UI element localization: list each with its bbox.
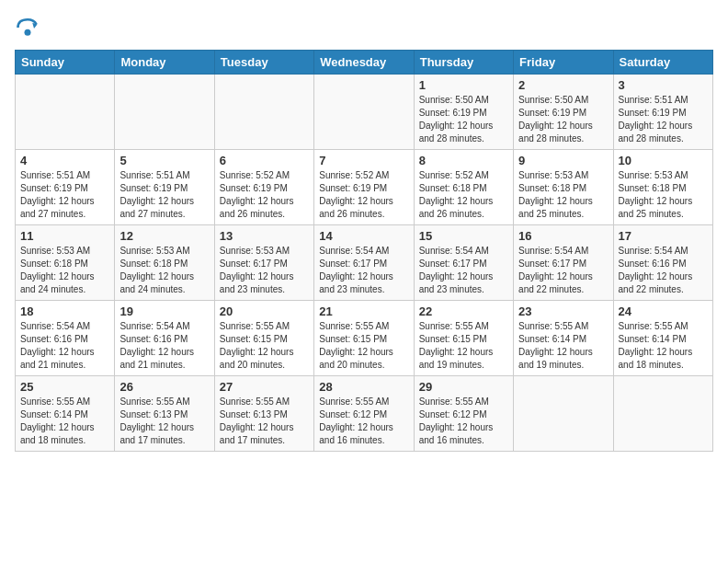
calendar-cell: 15Sunrise: 5:54 AM Sunset: 6:17 PM Dayli… [414, 225, 513, 301]
logo [15, 15, 44, 40]
calendar-cell: 2Sunrise: 5:50 AM Sunset: 6:19 PM Daylig… [514, 75, 613, 150]
svg-point-0 [25, 29, 31, 36]
day-number: 26 [119, 380, 209, 394]
day-info: Sunrise: 5:54 AM Sunset: 6:16 PM Dayligh… [20, 320, 109, 372]
calendar-cell [314, 75, 414, 150]
calendar-week-2: 4Sunrise: 5:51 AM Sunset: 6:19 PM Daylig… [16, 150, 713, 225]
calendar-cell: 18Sunrise: 5:54 AM Sunset: 6:16 PM Dayli… [16, 301, 115, 376]
day-info: Sunrise: 5:53 AM Sunset: 6:18 PM Dayligh… [518, 169, 608, 221]
calendar-cell: 9Sunrise: 5:53 AM Sunset: 6:18 PM Daylig… [514, 150, 613, 225]
calendar-week-3: 11Sunrise: 5:53 AM Sunset: 6:18 PM Dayli… [16, 225, 713, 301]
day-info: Sunrise: 5:55 AM Sunset: 6:14 PM Dayligh… [20, 396, 109, 447]
day-number: 18 [20, 304, 109, 318]
calendar-table: SundayMondayTuesdayWednesdayThursdayFrid… [15, 50, 713, 452]
day-number: 2 [518, 78, 608, 92]
day-info: Sunrise: 5:53 AM Sunset: 6:18 PM Dayligh… [619, 169, 708, 221]
calendar-header-monday: Monday [115, 51, 214, 75]
calendar-header-tuesday: Tuesday [214, 51, 313, 75]
calendar-cell: 12Sunrise: 5:53 AM Sunset: 6:18 PM Dayli… [115, 225, 214, 301]
calendar-week-1: 1Sunrise: 5:50 AM Sunset: 6:19 PM Daylig… [16, 75, 713, 150]
calendar-header-thursday: Thursday [414, 51, 513, 75]
day-info: Sunrise: 5:55 AM Sunset: 6:15 PM Dayligh… [220, 320, 309, 372]
calendar-cell: 6Sunrise: 5:52 AM Sunset: 6:19 PM Daylig… [214, 150, 313, 225]
day-info: Sunrise: 5:51 AM Sunset: 6:19 PM Dayligh… [119, 169, 209, 221]
day-info: Sunrise: 5:55 AM Sunset: 6:15 PM Dayligh… [419, 320, 508, 372]
day-info: Sunrise: 5:50 AM Sunset: 6:19 PM Dayligh… [419, 94, 508, 145]
day-number: 8 [419, 154, 508, 167]
calendar-cell: 3Sunrise: 5:51 AM Sunset: 6:19 PM Daylig… [613, 75, 712, 150]
day-number: 17 [619, 229, 708, 243]
day-number: 10 [619, 154, 708, 167]
day-number: 23 [518, 304, 608, 318]
calendar-cell: 27Sunrise: 5:55 AM Sunset: 6:13 PM Dayli… [214, 376, 313, 452]
calendar-cell: 4Sunrise: 5:51 AM Sunset: 6:19 PM Daylig… [16, 150, 115, 225]
calendar-cell [115, 75, 214, 150]
day-number: 12 [119, 229, 209, 243]
day-info: Sunrise: 5:52 AM Sunset: 6:19 PM Dayligh… [220, 169, 309, 221]
calendar-cell: 21Sunrise: 5:55 AM Sunset: 6:15 PM Dayli… [314, 301, 414, 376]
calendar-cell: 17Sunrise: 5:54 AM Sunset: 6:16 PM Dayli… [613, 225, 712, 301]
day-number: 28 [319, 380, 408, 394]
logo-icon [15, 15, 40, 40]
calendar-cell: 7Sunrise: 5:52 AM Sunset: 6:19 PM Daylig… [314, 150, 414, 225]
day-info: Sunrise: 5:51 AM Sunset: 6:19 PM Dayligh… [20, 169, 109, 221]
day-info: Sunrise: 5:51 AM Sunset: 6:19 PM Dayligh… [619, 94, 708, 145]
calendar-cell: 1Sunrise: 5:50 AM Sunset: 6:19 PM Daylig… [414, 75, 513, 150]
day-info: Sunrise: 5:54 AM Sunset: 6:17 PM Dayligh… [319, 245, 408, 296]
calendar-cell: 10Sunrise: 5:53 AM Sunset: 6:18 PM Dayli… [613, 150, 712, 225]
day-number: 6 [220, 154, 309, 167]
day-number: 7 [319, 154, 408, 167]
day-number: 19 [119, 304, 209, 318]
day-info: Sunrise: 5:53 AM Sunset: 6:18 PM Dayligh… [119, 245, 209, 296]
day-info: Sunrise: 5:54 AM Sunset: 6:17 PM Dayligh… [419, 245, 508, 296]
day-number: 21 [319, 304, 408, 318]
calendar-cell: 13Sunrise: 5:53 AM Sunset: 6:17 PM Dayli… [214, 225, 313, 301]
day-info: Sunrise: 5:54 AM Sunset: 6:16 PM Dayligh… [619, 245, 708, 296]
day-number: 25 [20, 380, 109, 394]
calendar-cell [514, 376, 613, 452]
calendar-cell: 5Sunrise: 5:51 AM Sunset: 6:19 PM Daylig… [115, 150, 214, 225]
day-info: Sunrise: 5:53 AM Sunset: 6:18 PM Dayligh… [20, 245, 109, 296]
calendar-cell: 19Sunrise: 5:54 AM Sunset: 6:16 PM Dayli… [115, 301, 214, 376]
calendar-cell: 29Sunrise: 5:55 AM Sunset: 6:12 PM Dayli… [414, 376, 513, 452]
day-info: Sunrise: 5:55 AM Sunset: 6:13 PM Dayligh… [220, 396, 309, 447]
page-header [15, 15, 713, 40]
day-number: 15 [419, 229, 508, 243]
day-info: Sunrise: 5:50 AM Sunset: 6:19 PM Dayligh… [518, 94, 608, 145]
day-number: 14 [319, 229, 408, 243]
calendar-cell: 8Sunrise: 5:52 AM Sunset: 6:18 PM Daylig… [414, 150, 513, 225]
day-number: 29 [419, 380, 508, 394]
calendar-cell: 26Sunrise: 5:55 AM Sunset: 6:13 PM Dayli… [115, 376, 214, 452]
day-number: 4 [20, 154, 109, 167]
calendar-cell: 24Sunrise: 5:55 AM Sunset: 6:14 PM Dayli… [613, 301, 712, 376]
day-info: Sunrise: 5:52 AM Sunset: 6:18 PM Dayligh… [419, 169, 508, 221]
calendar-cell: 14Sunrise: 5:54 AM Sunset: 6:17 PM Dayli… [314, 225, 414, 301]
day-number: 3 [619, 78, 708, 92]
day-number: 20 [220, 304, 309, 318]
calendar-cell [16, 75, 115, 150]
calendar-cell: 28Sunrise: 5:55 AM Sunset: 6:12 PM Dayli… [314, 376, 414, 452]
calendar-cell: 11Sunrise: 5:53 AM Sunset: 6:18 PM Dayli… [16, 225, 115, 301]
day-number: 9 [518, 154, 608, 167]
calendar-header-friday: Friday [514, 51, 613, 75]
day-number: 11 [20, 229, 109, 243]
day-info: Sunrise: 5:52 AM Sunset: 6:19 PM Dayligh… [319, 169, 408, 221]
calendar-header-sunday: Sunday [16, 51, 115, 75]
calendar-header-wednesday: Wednesday [314, 51, 414, 75]
calendar-header-row: SundayMondayTuesdayWednesdayThursdayFrid… [16, 51, 713, 75]
day-info: Sunrise: 5:55 AM Sunset: 6:13 PM Dayligh… [119, 396, 209, 447]
day-info: Sunrise: 5:55 AM Sunset: 6:14 PM Dayligh… [619, 320, 708, 372]
calendar-cell: 22Sunrise: 5:55 AM Sunset: 6:15 PM Dayli… [414, 301, 513, 376]
day-info: Sunrise: 5:55 AM Sunset: 6:12 PM Dayligh… [319, 396, 408, 447]
calendar-cell: 23Sunrise: 5:55 AM Sunset: 6:14 PM Dayli… [514, 301, 613, 376]
day-info: Sunrise: 5:55 AM Sunset: 6:14 PM Dayligh… [518, 320, 608, 372]
day-number: 22 [419, 304, 508, 318]
day-number: 16 [518, 229, 608, 243]
calendar-cell [613, 376, 712, 452]
calendar-cell: 25Sunrise: 5:55 AM Sunset: 6:14 PM Dayli… [16, 376, 115, 452]
day-info: Sunrise: 5:53 AM Sunset: 6:17 PM Dayligh… [220, 245, 309, 296]
calendar-week-4: 18Sunrise: 5:54 AM Sunset: 6:16 PM Dayli… [16, 301, 713, 376]
day-number: 24 [619, 304, 708, 318]
calendar-cell: 16Sunrise: 5:54 AM Sunset: 6:17 PM Dayli… [514, 225, 613, 301]
day-number: 5 [119, 154, 209, 167]
